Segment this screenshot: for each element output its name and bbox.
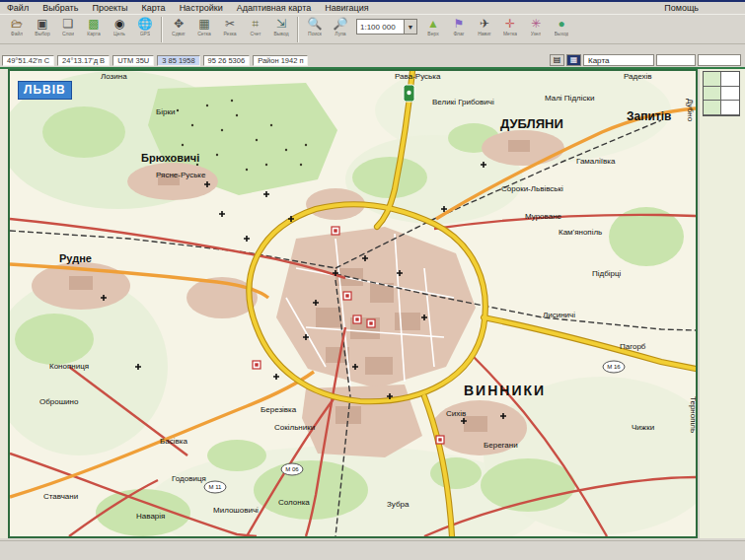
coord-segment-0: 49°51.42'п С	[2, 55, 54, 66]
map-label: Запитів	[627, 109, 671, 123]
toolbar-button-label: Слои	[62, 31, 74, 36]
coordinate-status-bar: 49°51.42'п С24°13.17'д ВUTM 35U3 85 1958…	[0, 53, 745, 67]
map-label: Кам'янопіль	[559, 228, 602, 237]
map-label: Лисиничі	[543, 311, 575, 319]
exit-icon: ●	[558, 17, 564, 31]
map-name-field[interactable]: Карта	[583, 54, 654, 66]
scissors-icon: ✂	[225, 17, 235, 31]
menu-проекты[interactable]: Проекты	[85, 3, 134, 13]
sheet-cell-1[interactable]	[721, 72, 739, 87]
map-label: Сороки-Львівські	[501, 184, 563, 193]
map-label: Радехів	[624, 72, 652, 81]
toolbar-button-label: Резка	[223, 31, 236, 36]
toolbar-button-label: Метка	[503, 31, 517, 36]
menu-карта[interactable]: Карта	[135, 3, 173, 13]
sheet-cell-2[interactable]	[704, 87, 721, 102]
map-label: Підбірці	[592, 269, 622, 278]
grid-button[interactable]: ▦Сетка	[192, 16, 216, 43]
grid-icon: ▦	[198, 17, 209, 31]
pan-icon: ✥	[174, 17, 184, 31]
menu-bar: ФайлВыбратьПроектыКартаНастройкиАдаптивн…	[0, 2, 745, 14]
export-button[interactable]: ⇲Вывод	[269, 16, 293, 43]
map-label: Великі Грибовичі	[432, 98, 494, 106]
zoom-button[interactable]: 🔎Лупа	[329, 16, 352, 43]
fuel-station-icon	[253, 361, 261, 369]
aux-field-2[interactable]	[698, 54, 741, 66]
layers-button[interactable]: ❏Слои	[56, 16, 80, 43]
select-button[interactable]: ▣Выбор	[31, 16, 54, 43]
flag-icon: ⚑	[454, 17, 465, 31]
menu-выбрать[interactable]: Выбрать	[36, 3, 85, 13]
sheet-cell-5[interactable]	[721, 101, 739, 115]
fuel-station-icon	[332, 227, 339, 235]
grid-view-button[interactable]: ▤	[550, 54, 564, 66]
map-label: ВИННИКИ	[464, 383, 546, 398]
fuel-station-icon	[343, 292, 351, 300]
sheet-cell-0[interactable]	[704, 72, 721, 87]
pan-button[interactable]: ✥Сдвиг	[167, 16, 190, 43]
toolbar-button-label: Цель	[113, 31, 125, 36]
right-panel	[700, 69, 745, 538]
map-label: Березівка	[261, 405, 297, 414]
globe-button[interactable]: 🌐GPS	[133, 16, 157, 43]
folder-icon: 🗁	[11, 17, 23, 31]
scissors-button[interactable]: ✂Резка	[218, 16, 242, 43]
scale-combo[interactable]: 1:100 000▼	[356, 19, 417, 35]
map-label: Малі Підліски	[545, 94, 594, 103]
map-label: Милошовичі	[213, 506, 259, 515]
bottom-strip	[0, 540, 745, 560]
road-shield-text: М 16	[607, 364, 621, 370]
flag-button[interactable]: ⚑Флаг	[447, 16, 471, 43]
map-label: Конопниця	[49, 362, 89, 371]
menu-адаптивная-карта[interactable]: Адаптивная карта	[230, 3, 318, 13]
sheet-cell-3[interactable]	[721, 87, 739, 102]
map-label: Наварія	[136, 512, 165, 521]
road-shield: М 11	[204, 481, 226, 493]
chevron-down-icon[interactable]: ▼	[404, 20, 416, 34]
search-button[interactable]: 🔍Поиск	[303, 16, 327, 43]
map-label: Годовиця	[172, 474, 206, 483]
aux-field-1[interactable]	[656, 54, 696, 66]
statusbar-right: ▤ ▦ Карта	[550, 54, 743, 66]
city-badge-lviv[interactable]: ЛЬВІВ	[18, 81, 72, 100]
road-shield: М 06	[281, 463, 303, 475]
coord-segment-1: 24°13.17'д В	[57, 55, 110, 66]
map-label: Басівка	[160, 437, 187, 446]
scale-combo-value: 1:100 000	[360, 23, 396, 32]
node-icon: ✳	[531, 17, 541, 31]
map-canvas[interactable]: М 11М 06М 16 ЛозинаРава-РуськаРадехівБір…	[8, 69, 698, 538]
toolbar-button-label: Флаг	[453, 31, 464, 36]
map-label: Рудне	[59, 252, 92, 264]
coord-segment-4: 95 26 5306	[203, 55, 251, 66]
green-tile-button[interactable]: ▩Карта	[82, 16, 106, 43]
map-label: Рясне-Руське	[156, 171, 206, 179]
sheet-selector-grid[interactable]	[703, 71, 740, 116]
coord-segment-2: UTM 35U	[112, 55, 154, 66]
up-triangle-button[interactable]: ▲Верх	[421, 16, 445, 43]
road-shield: М 16	[603, 361, 625, 373]
map-label: Сихів	[446, 409, 466, 418]
marker-button[interactable]: ✛Метка	[498, 16, 522, 43]
map-view-button[interactable]: ▦	[566, 54, 581, 66]
toolbar-button-label: Поиск	[308, 31, 322, 36]
menu-помощь[interactable]: Помощь	[657, 3, 706, 13]
menu-навигация[interactable]: Навигация	[318, 3, 375, 13]
route-icon: ✈	[480, 17, 489, 31]
toolbar-button-label: GPS	[140, 31, 151, 36]
map-label: Берегани	[484, 441, 518, 450]
folder-button[interactable]: 🗁Файл	[5, 16, 29, 43]
menu-настройки[interactable]: Настройки	[173, 3, 230, 13]
map-left-margin	[0, 69, 8, 538]
target-button[interactable]: ◉Цель	[108, 16, 131, 43]
sheet-cell-4[interactable]	[704, 101, 721, 115]
exit-button[interactable]: ●Выход	[550, 16, 573, 43]
node-button[interactable]: ✳Узел	[524, 16, 548, 43]
toolbar-button-label: Выход	[555, 31, 569, 36]
search-icon: 🔍	[308, 17, 323, 31]
ruler-button[interactable]: ⌗Счет	[244, 16, 267, 43]
menu-файл[interactable]: Файл	[0, 3, 36, 13]
route-button[interactable]: ✈Навиг	[473, 16, 496, 43]
toolbar-button-label: Карта	[87, 31, 100, 36]
toolbar-button-label: Лупа	[335, 31, 345, 36]
toolbar-button-label: Сетка	[197, 31, 211, 36]
